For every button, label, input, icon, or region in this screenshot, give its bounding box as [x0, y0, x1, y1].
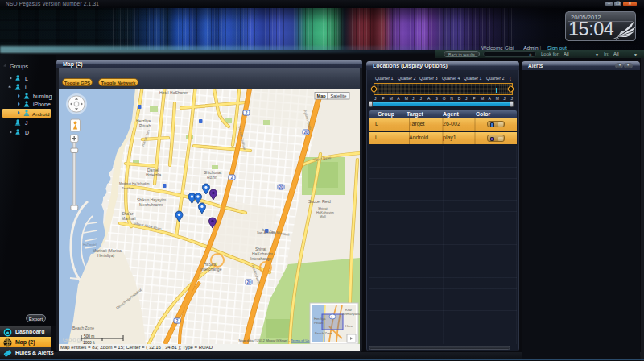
svg-text:Interchange: Interchange [200, 267, 222, 272]
svg-text:Meshuhrarim: Meshuhrarim [139, 202, 163, 207]
svg-text:Beach Zone: Beach Zone [315, 331, 332, 335]
svg-text:Shmaryahu: Shmaryahu [342, 312, 360, 316]
svg-text:Hertsliya): Hertsliya) [97, 253, 114, 258]
svg-text:Map data ©2012 Mapa GISrael -: Map data ©2012 Mapa GISrael - Terms of U… [238, 338, 312, 342]
svg-text:Zevulun: Zevulun [122, 186, 134, 190]
svg-text:Pituah: Pituah [139, 123, 151, 128]
svg-text:2: 2 [176, 319, 179, 323]
svg-text:500 m: 500 m [84, 334, 94, 338]
svg-text:Interchange: Interchange [250, 256, 272, 261]
svg-text:Beach Zone: Beach Zone [72, 326, 94, 330]
svg-text:20: 20 [279, 185, 283, 189]
svg-text:Rozin: Rozin [207, 175, 217, 180]
svg-text:Marinali: Marinali [122, 216, 136, 221]
svg-text:Hotel HaSharon: Hotel HaSharon [159, 90, 188, 95]
svg-text:Mall: Mall [320, 214, 326, 218]
svg-text:2: 2 [246, 111, 248, 115]
svg-text:Hotelzila: Hotelzila [146, 172, 161, 177]
svg-text:20: 20 [246, 280, 251, 284]
svg-text:HaTzedef: HaTzedef [83, 243, 97, 247]
svg-text:Herz: Herz [345, 324, 353, 328]
svg-text:2: 2 [231, 176, 233, 180]
svg-text:20: 20 [303, 131, 308, 135]
svg-text:Satellite: Satellite [331, 93, 347, 98]
svg-text:Pituah: Pituah [314, 321, 323, 325]
svg-text:Medinat HaYehudim: Medinat HaYehudim [119, 181, 150, 185]
svg-text:Map: Map [317, 93, 327, 98]
svg-text:Soccer Field: Soccer Field [308, 199, 331, 204]
